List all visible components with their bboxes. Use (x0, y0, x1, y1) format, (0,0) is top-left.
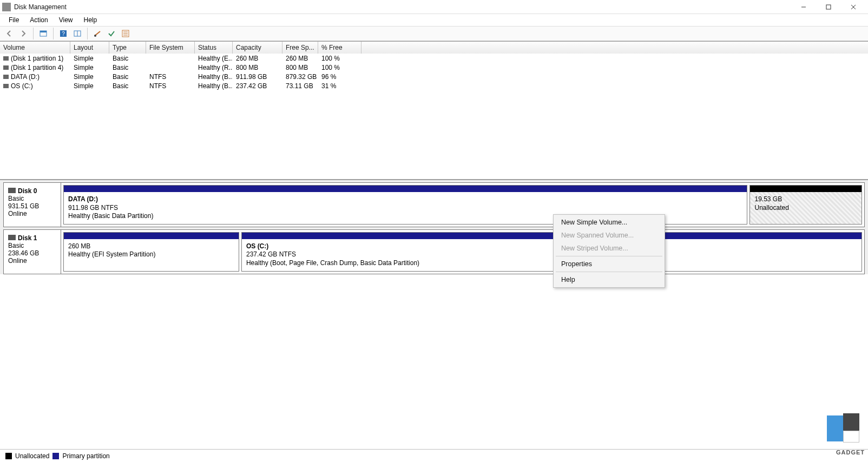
toolbar-action-icon[interactable] (91, 28, 103, 39)
menubar: File Action View Help (0, 14, 868, 26)
nav-back-button[interactable] (3, 28, 15, 39)
watermark-text: GADGET (836, 449, 865, 456)
col-free[interactable]: Free Sp... (282, 42, 318, 54)
disk-row: Disk 1Basic238.46 GBOnline260 MBHealthy … (3, 229, 865, 274)
col-volume[interactable]: Volume (0, 42, 70, 54)
legend-label-primary: Primary partition (62, 452, 109, 460)
toolbar-help-icon[interactable]: ? (57, 28, 69, 39)
volume-row[interactable]: OS (C:)SimpleBasicNTFSHealthy (B...237.4… (0, 81, 868, 90)
toolbar-list-icon[interactable] (120, 28, 131, 39)
nav-forward-button[interactable] (17, 28, 29, 39)
volume-list-header: Volume Layout Type File System Status Ca… (0, 42, 868, 54)
toolbar-refresh-icon[interactable] (37, 28, 49, 39)
ctx-new-spanned-volume: New Spanned Volume... (554, 229, 665, 242)
col-status[interactable]: Status (195, 42, 233, 54)
disk-label[interactable]: Disk 0Basic931.51 GBOnline (4, 183, 61, 227)
minimize-button[interactable] (791, 0, 816, 14)
volume-row[interactable]: DATA (D:)SimpleBasicNTFSHealthy (B...911… (0, 72, 868, 81)
menu-file[interactable]: File (3, 15, 24, 25)
ctx-new-striped-volume: New Striped Volume... (554, 242, 665, 255)
maximize-button[interactable] (816, 0, 841, 14)
ctx-help[interactable]: Help (554, 273, 665, 286)
col-layout[interactable]: Layout (70, 42, 109, 54)
close-button[interactable] (841, 0, 866, 14)
toolbar-panel-icon[interactable] (71, 28, 83, 39)
titlebar: Disk Management (0, 0, 868, 14)
legend-swatch-primary (52, 453, 59, 459)
ctx-new-simple-volume[interactable]: New Simple Volume... (554, 216, 665, 229)
menu-help[interactable]: Help (78, 15, 103, 25)
toolbar-check-icon[interactable] (106, 28, 117, 39)
col-capacity[interactable]: Capacity (233, 42, 282, 54)
svg-rect-5 (40, 31, 47, 32)
partition-unallocated[interactable]: 19.53 GBUnallocated (749, 185, 862, 225)
context-menu: New Simple Volume... New Spanned Volume.… (553, 214, 665, 288)
legend-swatch-unallocated (5, 453, 12, 459)
legend-label-unallocated: Unallocated (15, 452, 49, 460)
legend: Unallocated Primary partition (0, 449, 868, 462)
partition-primary[interactable]: 260 MBHealthy (EFI System Partition) (63, 232, 239, 272)
col-filesystem[interactable]: File System (146, 42, 195, 54)
window-title: Disk Management (14, 3, 791, 11)
disk-graphical-pane: Disk 0Basic931.51 GBOnlineDATA (D:)911.9… (0, 180, 868, 274)
disk-label[interactable]: Disk 1Basic238.46 GBOnline (4, 230, 61, 274)
col-type[interactable]: Type (109, 42, 146, 54)
svg-rect-1 (826, 5, 831, 9)
volume-row[interactable]: (Disk 1 partition 4)SimpleBasicHealthy (… (0, 63, 868, 72)
volume-row[interactable]: (Disk 1 partition 1)SimpleBasicHealthy (… (0, 54, 868, 63)
svg-point-10 (94, 35, 96, 37)
watermark-logo: GADGET (827, 413, 865, 447)
col-pctfree[interactable]: % Free (318, 42, 361, 54)
ctx-properties[interactable]: Properties (554, 258, 665, 270)
menu-action[interactable]: Action (24, 15, 53, 25)
svg-text:?: ? (62, 31, 65, 37)
partition-primary[interactable]: OS (C:)237.42 GB NTFSHealthy (Boot, Page… (241, 232, 862, 272)
menu-view[interactable]: View (54, 15, 78, 25)
disk-row: Disk 0Basic931.51 GBOnlineDATA (D:)911.9… (3, 182, 865, 227)
app-icon (2, 3, 11, 11)
volume-list: Volume Layout Type File System Status Ca… (0, 41, 868, 180)
toolbar: ? (0, 26, 868, 41)
